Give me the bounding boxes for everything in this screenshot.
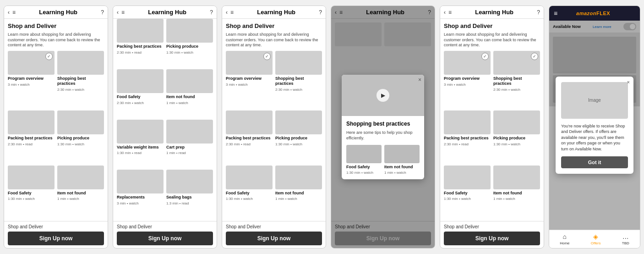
flex-nav-tbd[interactable]: … TBD <box>622 233 629 245</box>
content-area-3: Shop and Deliver Learn more about shoppi… <box>222 19 326 221</box>
lesson-title-3-1: Shopping best practices <box>275 76 322 86</box>
lesson-meta-5-0: 3 min • watch <box>444 83 491 87</box>
lesson-card-5-0[interactable]: Program overview 3 min • watch <box>444 51 491 108</box>
lesson-thumb-3-3 <box>275 110 322 134</box>
lesson-title-2-7: Sealing bags <box>166 195 213 200</box>
menu-icon-1[interactable]: ≡ <box>12 9 16 16</box>
lesson-card-3[interactable]: Picking produce 1:30 min • watch <box>57 110 104 162</box>
lesson-card-5-4[interactable]: Food Safety 1:30 min • watch <box>444 166 491 217</box>
lesson-title-2: Packing best practices <box>8 136 55 141</box>
lesson-card-3-5[interactable]: Item not found 1 min • watch <box>275 166 322 217</box>
content-area-1: Shop and Deliver Learn more about shoppi… <box>4 19 108 221</box>
lesson-card-3-3[interactable]: Picking produce 1:30 min • watch <box>275 110 322 162</box>
flex-bottom-nav-6: ⌂ Home ◈ Offers … TBD <box>549 230 640 248</box>
offers-icon: ◈ <box>593 233 598 240</box>
lesson-card-5[interactable]: Item not found 1 min • watch <box>57 166 104 217</box>
lesson-meta-2-0: 2:30 min • read <box>117 50 164 55</box>
menu-icon-2[interactable]: ≡ <box>121 9 125 16</box>
lesson-meta-2-4: 1:30 min • read <box>117 151 164 155</box>
lesson-thumb-2-0 <box>117 19 164 43</box>
modal-close-4[interactable]: × <box>418 77 421 83</box>
bottom-label-2: Shop and Deliver <box>117 224 213 229</box>
lesson-meta-3-1: 2:30 min • watch <box>275 88 322 92</box>
flex-menu-icon[interactable]: ≡ <box>554 10 557 17</box>
lesson-card-0[interactable]: Program overview 3 min • watch <box>8 51 55 108</box>
lesson-thumb-2-1 <box>166 19 213 43</box>
got-it-button[interactable]: Got it <box>561 156 628 168</box>
flex-nav-home[interactable]: ⌂ Home <box>560 233 569 245</box>
help-icon-3[interactable]: ? <box>319 9 322 16</box>
menu-icon-3[interactable]: ≡ <box>230 9 234 16</box>
lesson-title-2-3: Item not found <box>166 94 213 99</box>
menu-icon-5[interactable]: ≡ <box>448 9 452 16</box>
lesson-card-2-2[interactable]: Food Safety 2:30 min • watch <box>117 69 164 117</box>
nav-title-1: Learning Hub <box>39 9 77 16</box>
lesson-title-3-5: Item not found <box>275 191 322 196</box>
lesson-meta-0: 3 min • watch <box>8 83 55 87</box>
signup-btn-3[interactable]: Sign Up now <box>226 232 322 245</box>
lesson-card-2-4[interactable]: Variable weight items 1:30 min • read <box>117 120 164 167</box>
modal-lesson-4-1[interactable]: Item not found 1 min • watch <box>384 145 420 175</box>
signup-btn-1[interactable]: Sign Up now <box>8 232 104 245</box>
lesson-title-2-0: Packing best practices <box>117 44 164 49</box>
help-icon-2[interactable]: ? <box>210 9 213 16</box>
flex-nav-offers[interactable]: ◈ Offers <box>591 233 601 245</box>
back-icon-3[interactable]: ‹ <box>226 9 228 16</box>
lesson-thumb-5-1 <box>493 51 540 75</box>
flex-modal-6: × Image You're now eligible to receive S… <box>556 77 633 174</box>
lesson-card-5-3[interactable]: Picking produce 1:30 min • watch <box>493 110 540 162</box>
play-button-4[interactable]: ▶ <box>377 89 389 102</box>
lesson-meta-2-5: 1 min • read <box>166 151 213 155</box>
back-icon-1[interactable]: ‹ <box>8 9 10 16</box>
modal-lesson-thumb-4-0 <box>346 145 382 163</box>
nav-bar-2: ‹ ≡ Learning Hub ? <box>113 6 217 19</box>
lesson-card-2-3[interactable]: Item not found 1 min • watch <box>166 69 213 117</box>
bottom-bar-2: Shop and Deliver Sign Up now <box>113 221 217 248</box>
lesson-card-5-1[interactable]: Shopping best practices 2:30 min • watch <box>493 51 540 108</box>
lesson-card-1[interactable]: Shopping best practices 2:30 min • watch <box>57 51 104 108</box>
flex-modal-image-label: Image <box>588 98 601 103</box>
modal-lesson-title-4-0: Food Safety <box>346 165 382 170</box>
modal-lesson-4-0[interactable]: Food Safety 1:30 min • watch <box>346 145 382 175</box>
lesson-card-2-0[interactable]: Packing best practices 2:30 min • read <box>117 19 164 66</box>
lesson-card-3-0[interactable]: Program overview 3 min • watch <box>226 51 273 108</box>
flex-modal-close-6[interactable]: × <box>627 79 630 85</box>
lesson-meta-5-3: 1:30 min • watch <box>493 142 540 146</box>
flex-modal-image-6: Image <box>561 82 628 119</box>
bottom-bar-5: Shop and Deliver Sign Up now <box>440 221 544 248</box>
flex-modal-text-6: You're now eligible to receive Shop and … <box>561 123 628 152</box>
lesson-card-2-7[interactable]: Sealing bags 1.3 min • read <box>166 170 213 217</box>
modal-body-4: Shopping best practices Here are some ti… <box>342 116 424 180</box>
lesson-title-5-1: Shopping best practices <box>493 76 540 86</box>
back-icon-2[interactable]: ‹ <box>117 9 119 16</box>
lesson-card-4[interactable]: Food Safety 1:30 min • watch <box>8 166 55 217</box>
signup-btn-2[interactable]: Sign Up now <box>117 232 213 245</box>
lesson-title-5: Item not found <box>57 191 104 196</box>
signup-btn-5[interactable]: Sign Up now <box>444 232 540 245</box>
phone-frame-5: ‹ ≡ Learning Hub ? Shop and Deliver Lear… <box>440 6 544 248</box>
bottom-label-1: Shop and Deliver <box>8 224 104 229</box>
modal-box-4: ▶ × Shopping best practices Here are som… <box>342 75 424 180</box>
lesson-card-5-2[interactable]: Packing best practices 2:30 min • read <box>444 110 491 162</box>
lesson-card-2-6[interactable]: Replacements 3 min • watch <box>117 170 164 217</box>
back-icon-5[interactable]: ‹ <box>444 9 446 16</box>
lesson-card-5-5[interactable]: Item not found 1 min • watch <box>493 166 540 217</box>
help-icon-1[interactable]: ? <box>101 9 104 16</box>
nav-title-2: Learning Hub <box>148 9 186 16</box>
lesson-card-3-4[interactable]: Food Safety 1:30 min • watch <box>226 166 273 217</box>
lesson-title-2-5: Cart prep <box>166 145 213 150</box>
lesson-title-3-2: Packing best practices <box>226 136 273 141</box>
lesson-card-2-1[interactable]: Picking produce 1:30 min • watch <box>166 19 213 66</box>
lesson-card-3-1[interactable]: Shopping best practices 2:30 min • watch <box>275 51 322 108</box>
nav-bar-5: ‹ ≡ Learning Hub ? <box>440 6 544 19</box>
modal-lesson-meta-4-0: 1:30 min • watch <box>346 171 382 175</box>
lesson-title-0: Program overview <box>8 76 55 81</box>
nav-left-1: ‹ ≡ <box>8 9 16 16</box>
lesson-card-3-2[interactable]: Packing best practices 2:30 min • read <box>226 110 273 162</box>
lesson-title-5-5: Item not found <box>493 191 540 196</box>
lesson-card-2[interactable]: Packing best practices 2:30 min • read <box>8 110 55 162</box>
lesson-meta-3-0: 3 min • watch <box>226 83 273 87</box>
help-icon-5[interactable]: ? <box>537 9 540 16</box>
lesson-card-2-5[interactable]: Cart prep 1 min • read <box>166 120 213 167</box>
home-icon: ⌂ <box>563 233 567 240</box>
